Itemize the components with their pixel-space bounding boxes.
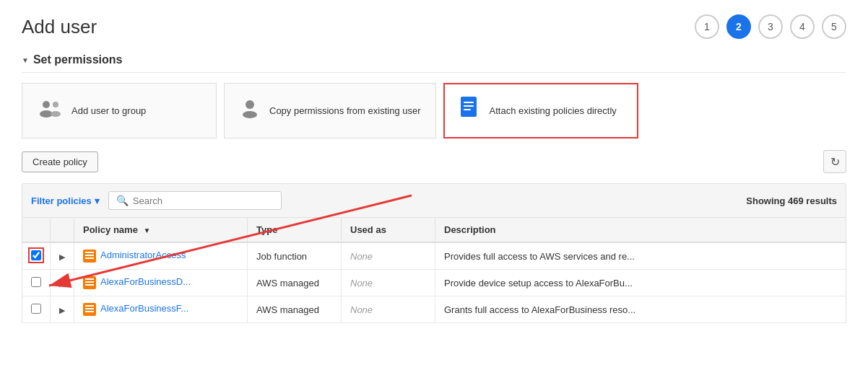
svg-point-2 — [53, 102, 58, 107]
card-copy-permissions-label: Copy permissions from existing user — [269, 105, 421, 116]
svg-rect-8 — [464, 105, 474, 107]
policy-type-icon — [83, 276, 96, 289]
step-2[interactable]: 2 — [726, 14, 751, 39]
policies-table: Policy name ▼ Type Used as Description — [22, 217, 846, 323]
filter-bar: Filter policies ▾ 🔍 Showing 469 results — [22, 183, 846, 217]
policies-table-wrapper: Policy name ▼ Type Used as Description — [22, 217, 846, 323]
policy-type-icon — [83, 250, 96, 263]
row-expand-button[interactable]: ▶ — [59, 306, 65, 315]
svg-rect-7 — [464, 102, 474, 103]
step-indicators: 1 2 3 4 5 — [695, 14, 846, 39]
document-icon — [459, 96, 481, 125]
step-3[interactable]: 3 — [758, 14, 783, 39]
th-type: Type — [248, 218, 342, 243]
person-icon — [239, 97, 261, 124]
step-1[interactable]: 1 — [695, 14, 719, 39]
step-4[interactable]: 4 — [790, 14, 815, 39]
step-5[interactable]: 5 — [822, 14, 846, 39]
row-used-as: None — [342, 270, 435, 296]
card-add-to-group-label: Add user to group — [71, 105, 146, 116]
row-expand-button[interactable]: ▶ — [59, 279, 65, 288]
permission-cards-container: Add user to group Copy permissions from … — [22, 83, 846, 138]
svg-rect-9 — [464, 109, 471, 110]
row-checkbox[interactable] — [31, 250, 41, 260]
search-box: 🔍 — [108, 191, 282, 210]
th-checkbox — [22, 218, 51, 243]
row-used-as: None — [342, 242, 435, 270]
create-policy-button[interactable]: Create policy — [22, 151, 98, 172]
refresh-button[interactable]: ↻ — [823, 150, 846, 173]
page-header: Add user 1 2 3 4 5 — [22, 14, 846, 39]
th-expand — [51, 218, 74, 243]
card-attach-policies-label: Attach existing policies directly — [490, 105, 617, 116]
table-header-row: Policy name ▼ Type Used as Description — [22, 218, 846, 243]
row-type: AWS managed — [248, 296, 342, 323]
row-used-as: None — [342, 296, 435, 323]
page-title: Add user — [22, 16, 97, 38]
group-icon — [37, 97, 63, 124]
filter-policies-button[interactable]: Filter policies ▾ — [31, 195, 100, 206]
refresh-icon: ↻ — [830, 155, 840, 169]
svg-point-3 — [51, 111, 61, 117]
row-expand-button[interactable]: ▶ — [59, 252, 65, 262]
card-copy-permissions[interactable]: Copy permissions from existing user — [224, 83, 436, 138]
filter-chevron-icon: ▾ — [95, 195, 100, 206]
row-type: Job function — [248, 242, 342, 270]
row-description: Provide device setup access to AlexaForB… — [435, 270, 846, 296]
action-row: Create policy ↻ — [22, 150, 846, 173]
row-description: Provides full access to AWS services and… — [435, 242, 846, 270]
policy-type-icon — [83, 303, 96, 316]
search-icon: 🔍 — [116, 195, 129, 206]
permissions-heading: Set permissions — [33, 53, 123, 66]
table-row: ▶AdministratorAccessJob functionNoneProv… — [22, 242, 846, 270]
row-description: Grants full access to AlexaForBusiness r… — [435, 296, 846, 323]
policy-name-link[interactable]: AlexaForBusinessF... — [100, 303, 188, 314]
th-used-as: Used as — [342, 218, 435, 243]
th-policy-name[interactable]: Policy name ▼ — [74, 218, 248, 243]
card-attach-policies[interactable]: Attach existing policies directly — [443, 83, 638, 138]
row-checkbox[interactable] — [31, 277, 41, 287]
svg-point-5 — [243, 111, 257, 118]
permissions-section-header: ▼ Set permissions — [22, 53, 846, 73]
svg-point-0 — [43, 101, 50, 108]
collapse-icon[interactable]: ▼ — [22, 56, 29, 64]
svg-point-4 — [246, 100, 254, 109]
table-row: ▶AlexaForBusinessD...AWS managedNoneProv… — [22, 270, 846, 296]
row-type: AWS managed — [248, 270, 342, 296]
row-checkbox[interactable] — [31, 304, 41, 314]
search-input[interactable] — [133, 195, 263, 206]
table-row: ▶AlexaForBusinessF...AWS managedNoneGran… — [22, 296, 846, 323]
policy-name-link[interactable]: AlexaForBusinessD... — [100, 276, 191, 287]
policy-name-link[interactable]: AdministratorAccess — [100, 250, 186, 260]
sort-icon: ▼ — [144, 226, 151, 234]
card-add-to-group[interactable]: Add user to group — [22, 83, 217, 138]
filter-policies-label: Filter policies — [31, 195, 92, 206]
th-description: Description — [435, 218, 846, 243]
results-count: Showing 469 results — [746, 195, 837, 206]
